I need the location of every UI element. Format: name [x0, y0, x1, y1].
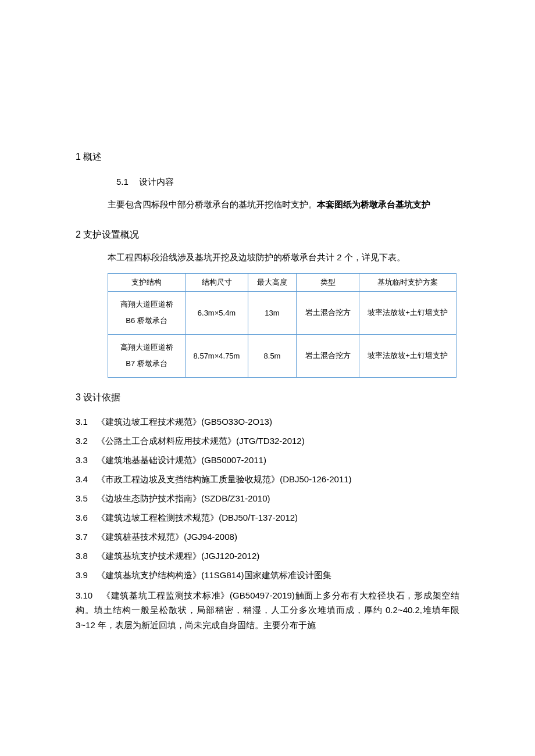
reference-number: 3.4	[76, 470, 94, 489]
reference-text: 《建筑基坑支护技术规程》(JGJ120-2012)	[97, 551, 259, 561]
reference-item: 3.4 《市政工程边坡及支挡结构施工质量验收规范》(DBJ50-126-2011…	[76, 470, 459, 489]
reference-text: 《公路土工合成材料应用技术规范》(JTG/TD32-2012)	[97, 436, 305, 446]
reference-number: 3.7	[76, 527, 94, 546]
reference-number: 3.10	[76, 588, 99, 603]
section-1-paragraph: 主要包含四标段中部分桥墩承台的基坑开挖临时支护。本套图纸为桥墩承台基坑支护	[108, 196, 459, 213]
reference-text: 《建筑基坑工程监测技术标准》(GB50497-2019)触面上多分布有大粒径块石…	[76, 590, 459, 630]
reference-text: 《建筑基坑支护结构构造》(11SG814)国家建筑标准设计图集	[97, 570, 331, 580]
cell-line: B7 桥墩承台	[126, 359, 167, 368]
reference-number: 3.5	[76, 489, 94, 508]
reference-number: 3.3	[76, 450, 94, 470]
reference-item: 3.5 《边坡生态防护技术指南》(SZDB/Z31-2010)	[76, 489, 459, 508]
section-1-sub: 5.1 设计内容	[116, 174, 459, 191]
col-header-height: 最大高度	[248, 273, 297, 291]
reference-text: 《市政工程边坡及支挡结构施工质量验收规范》(DBJ50-126-2011)	[97, 474, 351, 484]
reference-item: 3.2 《公路土工合成材料应用技术规范》(JTG/TD32-2012)	[76, 431, 459, 450]
cell-type: 岩土混合挖方	[297, 291, 359, 334]
col-header-size: 结构尺寸	[186, 273, 248, 291]
reference-item: 3.8 《建筑基坑支护技术规程》(JGJ120-2012)	[76, 546, 459, 565]
cell-height: 8.5m	[248, 334, 297, 377]
cell-plan: 坡率法放坡+土钉墙支护	[359, 334, 456, 377]
reference-text: 《建筑桩基技术规范》(JGJ94-2008)	[97, 532, 237, 542]
reference-text: 《建筑边坡工程技术规范》(GB5O33O-2O13)	[97, 417, 272, 427]
cell-type: 岩土混合挖方	[297, 334, 359, 377]
section-1-sub-label: 设计内容	[139, 177, 174, 187]
section-2-intro: 本工程四标段沿线涉及基坑开挖及边坡防护的桥墩承台共计 2 个，详见下表。	[108, 249, 459, 266]
section-1-sub-number: 5.1	[116, 174, 129, 191]
support-table: 支护结构 结构尺寸 最大高度 类型 基坑临时支护方案 商翔大道匝道桥 B6 桥墩…	[108, 273, 456, 378]
reference-number: 3.2	[76, 431, 94, 450]
reference-item-10: 3.10 《建筑基坑工程监测技术标准》(GB50497-2019)触面上多分布有…	[76, 588, 459, 633]
col-header-type: 类型	[297, 273, 359, 291]
reference-item: 3.9 《建筑基坑支护结构构造》(11SG814)国家建筑标准设计图集	[76, 565, 459, 585]
table-header-row: 支护结构 结构尺寸 最大高度 类型 基坑临时支护方案	[108, 273, 456, 291]
reference-item: 3.7 《建筑桩基技术规范》(JGJ94-2008)	[76, 527, 459, 546]
cell-size: 8.57m×4.75m	[186, 334, 248, 377]
reference-item: 3.3 《建筑地基基础设计规范》(GB50007-2011)	[76, 450, 459, 470]
reference-text: 《边坡生态防护技术指南》(SZDB/Z31-2010)	[97, 493, 270, 503]
document-page: 1 概述 5.1 设计内容 主要包含四标段中部分桥墩承台的基坑开挖临时支护。本套…	[0, 0, 535, 690]
cell-line: 商翔大道匝道桥	[120, 300, 173, 309]
section-1-heading: 1 概述	[76, 151, 459, 163]
cell-structure: 商翔大道匝道桥 B6 桥墩承台	[108, 291, 186, 334]
cell-line: 高翔大道匝道桥	[120, 343, 173, 352]
section-1-para-text: 主要包含四标段中部分桥墩承台的基坑开挖临时支护。	[108, 199, 317, 209]
col-header-structure: 支护结构	[108, 273, 186, 291]
reference-text: 《建筑地基基础设计规范》(GB50007-2011)	[97, 455, 266, 465]
cell-line: B6 桥墩承台	[126, 316, 167, 325]
reference-text: 《建筑边坡工程检测技术规范》(DBJ50/T-137-2012)	[97, 513, 298, 522]
section-1-para-bold: 本套图纸为桥墩承台基坑支护	[317, 199, 430, 209]
reference-item: 3.1 《建筑边坡工程技术规范》(GB5O33O-2O13)	[76, 412, 459, 431]
reference-item: 3.6 《建筑边坡工程检测技术规范》(DBJ50/T-137-2012)	[76, 508, 459, 527]
reference-number: 3.1	[76, 412, 94, 431]
cell-size: 6.3m×5.4m	[186, 291, 248, 334]
section-2-heading: 2 支护设置概况	[76, 229, 459, 241]
col-header-plan: 基坑临时支护方案	[359, 273, 456, 291]
table-row: 高翔大道匝道桥 B7 桥墩承台 8.57m×4.75m 8.5m 岩土混合挖方 …	[108, 334, 456, 377]
reference-number: 3.9	[76, 565, 94, 585]
cell-structure: 高翔大道匝道桥 B7 桥墩承台	[108, 334, 186, 377]
cell-plan: 坡率法放坡+土钉墙支护	[359, 291, 456, 334]
reference-number: 3.8	[76, 546, 94, 565]
cell-height: 13m	[248, 291, 297, 334]
section-3-heading: 3 设计依据	[76, 392, 459, 404]
table-row: 商翔大道匝道桥 B6 桥墩承台 6.3m×5.4m 13m 岩土混合挖方 坡率法…	[108, 291, 456, 334]
reference-number: 3.6	[76, 508, 94, 527]
